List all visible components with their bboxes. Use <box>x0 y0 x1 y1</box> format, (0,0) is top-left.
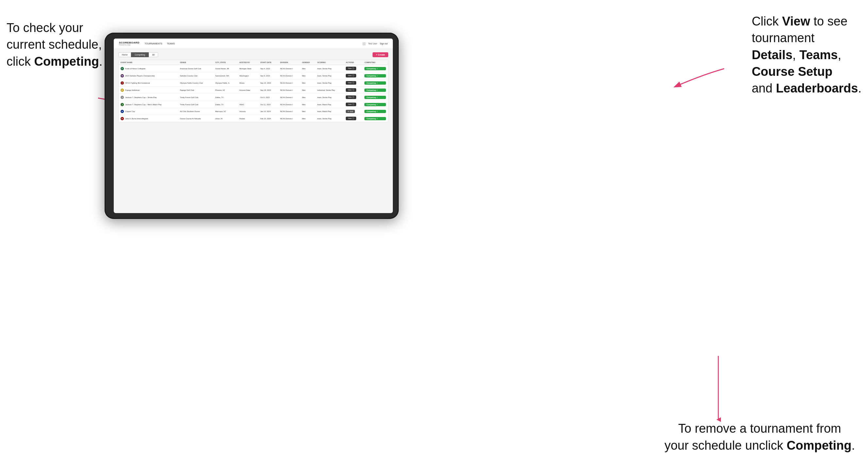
cell-competing[interactable]: Competing <box>363 80 388 87</box>
cell-venue: Trinity Forest Golf Club <box>178 94 213 101</box>
cell-venue: Olympia Fields Country Club <box>178 80 213 87</box>
cell-city-state: Phoenix, AZ <box>213 87 238 94</box>
cell-venue: Sahalee Country Club <box>178 72 213 80</box>
view-button[interactable]: View ⓘ <box>346 103 356 106</box>
cell-competing[interactable]: Competing <box>363 108 388 115</box>
cell-scoring: individual, Stroke Play <box>315 87 344 94</box>
user-name: Test User <box>368 42 377 45</box>
col-competing: COMPETING <box>363 60 388 65</box>
cell-competing[interactable]: Competing <box>363 115 388 122</box>
cell-competing[interactable]: Competing <box>363 101 388 108</box>
annotation-top-left: To check yourcurrent schedule,click Comp… <box>6 20 102 70</box>
cell-start-date: Oct 11, 2023 <box>258 101 278 108</box>
view-bold: View <box>782 14 810 28</box>
scoreboard-logo: SCOREBOARD Powered by clippi <box>119 41 140 46</box>
nav-tournaments[interactable]: TOURNAMENTS <box>145 42 162 45</box>
cell-start-date: Feb 15, 2024 <box>258 115 278 122</box>
table-row: W 2023 Sahalee Players Championship Saha… <box>119 72 388 80</box>
table-row: I OFCC Fighting Illini Invitational Olym… <box>119 80 388 87</box>
competing-badge[interactable]: Competing <box>364 89 386 92</box>
competing-badge[interactable]: Competing <box>364 96 386 99</box>
cell-city-state: Olympia Fields, IL <box>213 80 238 87</box>
cell-actions: View ⓘ <box>344 115 363 122</box>
cell-division: NCAA Division I <box>278 94 300 101</box>
course-setup-bold: Course Setup <box>752 65 832 79</box>
competing-badge[interactable]: Competing <box>364 67 386 70</box>
arrow-bottom <box>716 356 721 425</box>
cell-hosted-by: Arizona <box>238 108 258 115</box>
cell-hosted-by: Illinois <box>238 80 258 87</box>
view-button[interactable]: View ⓘ <box>346 67 356 70</box>
event-name-text: John A. Burns Intercollegiate <box>125 118 148 120</box>
cell-hosted-by <box>238 94 258 101</box>
view-button[interactable]: View ⓘ <box>346 74 356 77</box>
cell-gender: Men <box>300 94 315 101</box>
leaderboards-bold: Leaderboards <box>776 82 858 95</box>
cell-actions: ✏ Edit <box>344 108 363 115</box>
cell-division: NCAA Division I <box>278 101 300 108</box>
nav-teams[interactable]: TEAMS <box>167 42 175 45</box>
filter-tab-competing[interactable]: Competing <box>131 52 148 57</box>
cell-gender: Men <box>300 101 315 108</box>
filter-bar: Home Competing All + Create <box>118 52 388 57</box>
col-start-date: START DATE <box>258 60 278 65</box>
cell-actions: View ⓘ <box>344 65 363 72</box>
cell-city-state: Grand Haven, MI <box>213 65 238 72</box>
cell-hosted-by: Michigan State <box>238 65 258 72</box>
competing-bold-left: Competing <box>34 55 99 68</box>
cell-event-name: W 2023 Sahalee Players Championship <box>119 72 178 80</box>
table-row: H John A. Burns Intercollegiate Ocean Co… <box>119 115 388 122</box>
view-button[interactable]: View ⓘ <box>346 81 356 85</box>
filter-tab-home[interactable]: Home <box>118 52 131 57</box>
col-division: DIVISION <box>278 60 300 65</box>
view-button[interactable]: View ⓘ <box>346 95 356 99</box>
cell-competing[interactable]: Competing <box>363 72 388 80</box>
filter-tab-all[interactable]: All <box>149 52 158 57</box>
content-area: Home Competing All + Create EVENT NAME V… <box>114 49 393 213</box>
cell-event-name: I OFCC Fighting Illini Invitational <box>119 80 178 87</box>
cell-scoring: team, Stroke Play <box>315 72 344 80</box>
competing-badge[interactable]: Competing <box>364 74 386 77</box>
competing-badge[interactable]: Competing <box>364 110 386 113</box>
tablet-shell: SCOREBOARD Powered by clippi TOURNAMENTS… <box>104 33 399 219</box>
edit-button[interactable]: ✏ Edit <box>346 110 355 113</box>
cell-event-name: J Jackson T. Stephens Cup – Men's Match … <box>119 101 178 108</box>
table-row: P Papago Individual Papago Golf Club Pho… <box>119 87 388 94</box>
cell-scoring: team, Stroke Play <box>315 94 344 101</box>
competing-badge[interactable]: Competing <box>364 117 386 120</box>
team-logo: J <box>121 103 124 106</box>
user-icon <box>363 42 366 45</box>
col-scoring: SCORING <box>315 60 344 65</box>
cell-competing[interactable]: Competing <box>363 87 388 94</box>
cell-start-date: Jan 14, 2024 <box>258 108 278 115</box>
cell-hosted-by: Washington <box>238 72 258 80</box>
cell-venue: Ocean Course At Hokuala <box>178 115 213 122</box>
cell-start-date: Oct 9, 2023 <box>258 94 278 101</box>
competing-badge[interactable]: Competing <box>364 82 386 85</box>
table-row: F Folds of Honor Collegiate American Dun… <box>119 65 388 72</box>
cell-venue: Ak-Chin Southern Dunes <box>178 108 213 115</box>
cell-competing[interactable]: Competing <box>363 94 388 101</box>
cell-gender: Men <box>300 108 315 115</box>
cell-event-name: P Papago Individual <box>119 87 178 94</box>
cell-city-state: Dallas, TX <box>213 101 238 108</box>
table-row: A Copper Cup Ak-Chin Southern Dunes Mari… <box>119 108 388 115</box>
signout-link[interactable]: Sign out <box>380 42 388 45</box>
create-button[interactable]: + Create <box>373 52 388 57</box>
cell-scoring: team, Match Play <box>315 108 344 115</box>
competing-badge[interactable]: Competing <box>364 103 386 106</box>
cell-start-date: Sep 18, 2023 <box>258 87 278 94</box>
cell-actions: View ⓘ <box>344 72 363 80</box>
event-name-text: Folds of Honor Collegiate <box>125 68 146 70</box>
col-city-state: CITY, STATE <box>213 60 238 65</box>
annotation-top-right: Click View to seetournamentDetails, Team… <box>752 13 862 97</box>
table-row: J Jackson T. Stephens Cup – Men's Match … <box>119 101 388 108</box>
cell-event-name: J Jackson T. Stephens Cup – Stroke Play <box>119 94 178 101</box>
filter-tabs: Home Competing All <box>118 52 158 57</box>
view-button[interactable]: View ⓘ <box>346 88 356 92</box>
cell-competing[interactable]: Competing <box>363 65 388 72</box>
cell-actions: View ⓘ <box>344 101 363 108</box>
view-button[interactable]: View ⓘ <box>346 117 356 120</box>
annotation-bottom-right: To remove a tournament fromyour schedule… <box>664 420 855 454</box>
cell-event-name: F Folds of Honor Collegiate <box>119 65 178 72</box>
